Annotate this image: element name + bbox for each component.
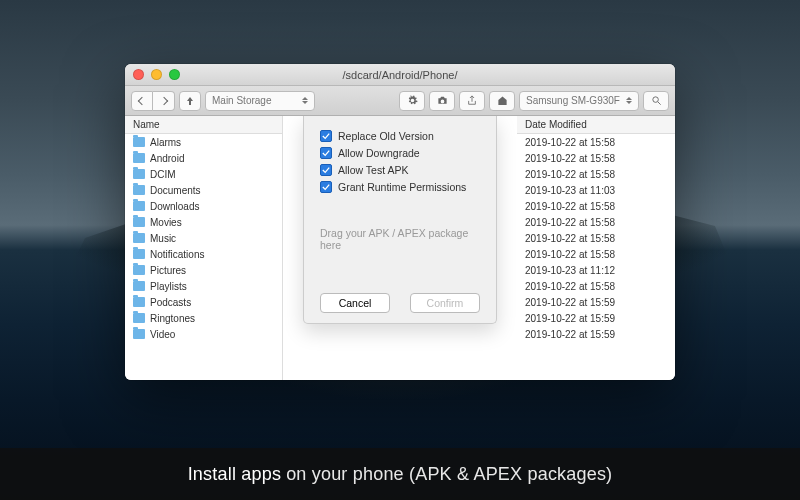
back-button[interactable] (131, 91, 153, 111)
drop-zone[interactable]: Drag your APK / APEX package here (320, 193, 480, 285)
table-row[interactable]: Android (125, 150, 282, 166)
chevron-right-icon (159, 96, 167, 104)
file-name: Documents (150, 185, 201, 196)
file-date: 2019-10-22 at 15:58 (525, 137, 615, 148)
close-button[interactable] (133, 69, 144, 80)
install-option[interactable]: Replace Old Version (320, 130, 480, 142)
date-column: Date Modified 2019-10-22 at 15:582019-10… (517, 116, 675, 380)
checkbox[interactable] (320, 147, 332, 159)
gear-icon (407, 95, 418, 106)
forward-button[interactable] (153, 91, 175, 111)
table-row[interactable]: 2019-10-22 at 15:58 (517, 166, 675, 182)
window-title: /sdcard/Android/Phone/ (125, 69, 675, 81)
up-arrow-icon (185, 96, 195, 106)
nav-group (131, 91, 175, 111)
table-row[interactable]: Alarms (125, 134, 282, 150)
traffic-lights (133, 69, 180, 80)
folder-icon (133, 265, 145, 275)
table-row[interactable]: 2019-10-22 at 15:59 (517, 326, 675, 342)
table-row[interactable]: 2019-10-22 at 15:58 (517, 246, 675, 262)
name-column: Name AlarmsAndroidDCIMDocumentsDownloads… (125, 116, 283, 380)
table-row[interactable]: Downloads (125, 198, 282, 214)
folder-icon (133, 185, 145, 195)
camera-icon (437, 96, 448, 105)
center-pane: Replace Old VersionAllow DowngradeAllow … (283, 116, 517, 380)
table-row[interactable]: 2019-10-22 at 15:59 (517, 310, 675, 326)
minimize-button[interactable] (151, 69, 162, 80)
install-option[interactable]: Allow Downgrade (320, 147, 480, 159)
checkbox[interactable] (320, 130, 332, 142)
toolbar: Main Storage Samsung SM-G930F (125, 86, 675, 116)
file-browser-window: /sdcard/Android/Phone/ Main Storage Sams… (125, 64, 675, 380)
folder-icon (133, 201, 145, 211)
table-row[interactable]: Podcasts (125, 294, 282, 310)
table-row[interactable]: Notifications (125, 246, 282, 262)
checkbox[interactable] (320, 181, 332, 193)
zoom-button[interactable] (169, 69, 180, 80)
table-row[interactable]: Documents (125, 182, 282, 198)
home-button[interactable] (489, 91, 515, 111)
settings-button[interactable] (399, 91, 425, 111)
file-date: 2019-10-22 at 15:59 (525, 329, 615, 340)
name-rows: AlarmsAndroidDCIMDocumentsDownloadsMovie… (125, 134, 282, 380)
share-button[interactable] (459, 91, 485, 111)
name-header[interactable]: Name (125, 116, 282, 134)
updown-icon (302, 97, 308, 104)
file-date: 2019-10-22 at 15:59 (525, 313, 615, 324)
cancel-button[interactable]: Cancel (320, 293, 390, 313)
table-row[interactable]: 2019-10-22 at 15:58 (517, 134, 675, 150)
table-row[interactable]: Video (125, 326, 282, 342)
file-name: Movies (150, 217, 182, 228)
file-name: Music (150, 233, 176, 244)
file-date: 2019-10-22 at 15:58 (525, 233, 615, 244)
file-date: 2019-10-22 at 15:58 (525, 153, 615, 164)
file-date: 2019-10-23 at 11:12 (525, 265, 615, 276)
confirm-button: Confirm (410, 293, 480, 313)
folder-icon (133, 297, 145, 307)
install-option[interactable]: Allow Test APK (320, 164, 480, 176)
file-name: Podcasts (150, 297, 191, 308)
table-row[interactable]: 2019-10-22 at 15:58 (517, 198, 675, 214)
date-header[interactable]: Date Modified (517, 116, 675, 134)
check-icon (322, 166, 330, 174)
folder-icon (133, 281, 145, 291)
file-date: 2019-10-22 at 15:58 (525, 201, 615, 212)
up-button[interactable] (179, 91, 201, 111)
table-row[interactable]: 2019-10-22 at 15:58 (517, 150, 675, 166)
file-date: 2019-10-22 at 15:58 (525, 249, 615, 260)
file-name: Android (150, 153, 184, 164)
table-row[interactable]: Pictures (125, 262, 282, 278)
sheet-buttons: Cancel Confirm (320, 285, 480, 313)
option-label: Allow Test APK (338, 164, 408, 176)
updown-icon (626, 97, 632, 104)
file-date: 2019-10-22 at 15:58 (525, 169, 615, 180)
install-option[interactable]: Grant Runtime Permissions (320, 181, 480, 193)
table-row[interactable]: 2019-10-22 at 15:58 (517, 214, 675, 230)
table-row[interactable]: 2019-10-22 at 15:58 (517, 278, 675, 294)
folder-icon (133, 153, 145, 163)
file-name: Pictures (150, 265, 186, 276)
table-row[interactable]: Playlists (125, 278, 282, 294)
svg-point-0 (652, 97, 658, 103)
camera-button[interactable] (429, 91, 455, 111)
device-selector[interactable]: Samsung SM-G930F (519, 91, 639, 111)
option-label: Replace Old Version (338, 130, 434, 142)
folder-icon (133, 329, 145, 339)
table-row[interactable]: 2019-10-23 at 11:12 (517, 262, 675, 278)
checkbox[interactable] (320, 164, 332, 176)
storage-selector[interactable]: Main Storage (205, 91, 315, 111)
table-row[interactable]: DCIM (125, 166, 282, 182)
file-name: Playlists (150, 281, 187, 292)
option-label: Allow Downgrade (338, 147, 420, 159)
storage-label: Main Storage (212, 95, 271, 106)
search-button[interactable] (643, 91, 669, 111)
caption-bar: Install apps on your phone (APK & APEX p… (0, 448, 800, 500)
table-row[interactable]: 2019-10-23 at 11:03 (517, 182, 675, 198)
table-row[interactable]: Music (125, 230, 282, 246)
table-row[interactable]: Ringtones (125, 310, 282, 326)
table-row[interactable]: Movies (125, 214, 282, 230)
file-date: 2019-10-22 at 15:58 (525, 217, 615, 228)
table-row[interactable]: 2019-10-22 at 15:59 (517, 294, 675, 310)
table-row[interactable]: 2019-10-22 at 15:58 (517, 230, 675, 246)
folder-icon (133, 217, 145, 227)
